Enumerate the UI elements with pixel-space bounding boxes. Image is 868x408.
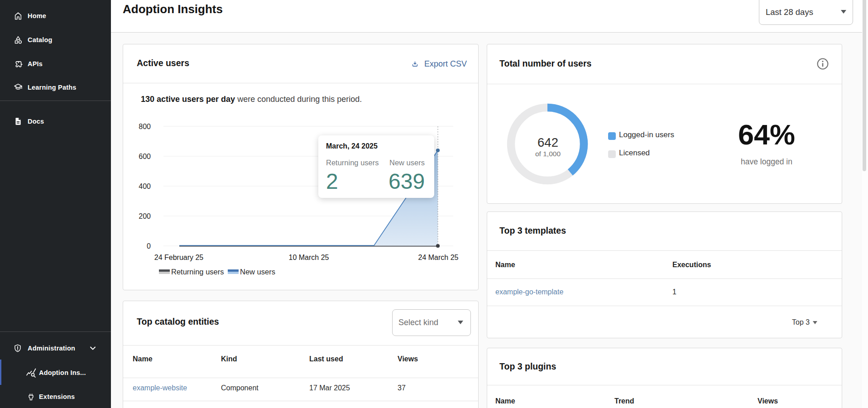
svg-text:New users: New users — [240, 268, 275, 276]
svg-text:24 March 25: 24 March 25 — [418, 254, 459, 261]
svg-text:400: 400 — [139, 182, 151, 190]
svg-text:200: 200 — [139, 212, 151, 220]
svg-text:Returning users: Returning users — [171, 268, 224, 276]
svg-text:600: 600 — [139, 153, 151, 160]
svg-text:0: 0 — [147, 242, 151, 250]
svg-text:800: 800 — [139, 123, 151, 130]
svg-text:10 March 25: 10 March 25 — [289, 254, 329, 261]
svg-text:24 February 25: 24 February 25 — [154, 254, 204, 261]
